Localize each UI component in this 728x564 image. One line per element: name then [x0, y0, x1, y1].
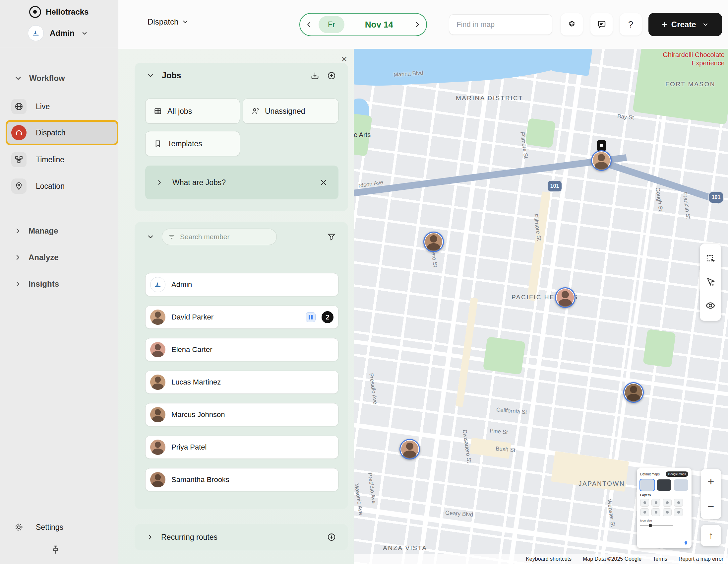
all-jobs-button[interactable]: All jobs: [145, 98, 240, 124]
date-label[interactable]: Nov 14: [350, 20, 408, 30]
sidebar-item-settings[interactable]: Settings: [11, 518, 63, 537]
layer-toggle[interactable]: [651, 499, 660, 507]
member-name: Priya Patel: [171, 443, 334, 452]
unassigned-button[interactable]: Unassigned: [243, 98, 338, 124]
gear-icon: [11, 520, 27, 535]
member-name: Lucas Martinez: [171, 378, 334, 387]
default-maps-label: Default maps: [640, 472, 660, 476]
sidebar-item-dispatch[interactable]: Dispatch: [6, 120, 118, 145]
map-style-thumb[interactable]: [657, 479, 671, 491]
sidebar-group-analyze[interactable]: Analyze: [14, 253, 59, 262]
hint-label: What are Jobs?: [172, 178, 310, 187]
zoom-in-button[interactable]: +: [701, 469, 721, 494]
zoom-out-button[interactable]: −: [701, 494, 721, 519]
pin-icon: [684, 541, 688, 545]
avatar: [150, 472, 165, 487]
terms-link[interactable]: Terms: [653, 556, 667, 562]
topbar: Dispatch Fr Nov 14 ? + Create: [118, 0, 728, 49]
next-day-button[interactable]: [414, 21, 421, 28]
map-data-label: Map Data ©2025 Google: [583, 556, 641, 562]
dispatch-icon: [11, 125, 27, 140]
member-marker[interactable]: [399, 439, 420, 460]
poi-ghirardelli[interactable]: Ghirardelli Chocolate Experience: [663, 51, 725, 67]
bookmark-icon: [153, 139, 162, 148]
member-row-david-parker[interactable]: David Parker 2: [145, 306, 338, 329]
member-row-samantha-brooks[interactable]: Samantha Brooks: [145, 468, 338, 491]
recurring-routes-section[interactable]: Recurring routes: [135, 524, 348, 550]
workflow-group-toggle[interactable]: Workflow: [14, 74, 65, 83]
layer-toggle[interactable]: [674, 499, 683, 507]
person-question-icon: [251, 107, 260, 115]
map-search-input[interactable]: [456, 20, 553, 29]
layer-toggle[interactable]: [674, 508, 683, 516]
map-canvas[interactable]: Ghirardelli Chocolate Experience FORT MA…: [354, 49, 728, 564]
label-palace-of-fine-arts: e Arts: [354, 131, 371, 139]
job-marker[interactable]: [597, 140, 606, 151]
sidebar-group-insights[interactable]: Insights: [14, 279, 59, 289]
prev-day-button[interactable]: [305, 21, 313, 28]
icon-size-label: Icon size: [640, 519, 688, 522]
dismiss-hint-button[interactable]: [319, 178, 328, 187]
templates-button[interactable]: Templates: [145, 131, 240, 156]
pan-up-button[interactable]: ↑: [701, 525, 721, 546]
account-switcher[interactable]: Admin: [28, 25, 89, 41]
collapse-members-chevron[interactable]: [147, 233, 154, 241]
filter-members-button[interactable]: [327, 232, 336, 241]
label-japantown: JAPANTOWN: [578, 480, 625, 487]
icon-size-slider[interactable]: [640, 524, 688, 527]
add-pin-tool[interactable]: [705, 277, 715, 287]
layer-toggle[interactable]: [640, 508, 649, 516]
day-pill[interactable]: Fr: [319, 16, 344, 33]
sidebar: Hellotracks Admin Workflow Live Dispatch…: [0, 0, 118, 564]
chevron-right-icon: [156, 179, 163, 186]
help-button[interactable]: ?: [620, 13, 642, 35]
map-style-thumb[interactable]: [640, 479, 654, 491]
table-icon: [153, 107, 162, 115]
messages-button[interactable]: [590, 13, 613, 35]
member-name: Admin: [171, 280, 334, 289]
sidebar-item-timeline[interactable]: Timeline: [11, 150, 64, 169]
collapse-jobs-chevron[interactable]: [147, 72, 154, 80]
ai-assistant-button[interactable]: [561, 13, 583, 35]
keyboard-shortcuts-link[interactable]: Keyboard shortcuts: [526, 556, 572, 562]
visibility-tool[interactable]: [705, 300, 716, 311]
add-route-button[interactable]: [327, 533, 336, 542]
sidebar-group-manage[interactable]: Manage: [14, 226, 58, 235]
dispatch-panel: × Jobs All jobs Unassigned Templates: [118, 49, 354, 564]
import-jobs-button[interactable]: [310, 71, 320, 80]
what-are-jobs-banner[interactable]: What are Jobs?: [145, 165, 338, 199]
view-switcher[interactable]: Dispatch: [148, 17, 189, 27]
layer-toggle[interactable]: [651, 508, 660, 516]
sidebar-item-location[interactable]: Location: [11, 176, 65, 196]
layers-label: Layers: [640, 493, 688, 497]
member-marker[interactable]: [423, 231, 444, 252]
member-marker[interactable]: [591, 150, 612, 171]
members-section: Admin David Parker 2 Elena Carter Lucas …: [135, 222, 348, 509]
map-style-thumb[interactable]: [674, 479, 688, 491]
layer-toggle[interactable]: [663, 499, 672, 507]
add-job-button[interactable]: [327, 71, 336, 80]
report-error-link[interactable]: Report a map error: [679, 556, 723, 562]
avatar: [150, 277, 165, 292]
chevron-down-icon: [182, 18, 189, 26]
member-marker[interactable]: [623, 382, 644, 403]
member-row-lucas-martinez[interactable]: Lucas Martinez: [145, 371, 338, 394]
sidebar-item-live[interactable]: Live: [11, 97, 50, 116]
layer-toggle[interactable]: [640, 499, 649, 507]
member-row-admin[interactable]: Admin: [145, 273, 338, 296]
member-row-priya-patel[interactable]: Priya Patel: [145, 436, 338, 459]
member-search-input[interactable]: [179, 232, 271, 241]
member-marker[interactable]: [555, 287, 576, 308]
lafayette-park: [483, 337, 526, 375]
pin-sidebar-button[interactable]: [50, 545, 61, 555]
layer-toggle[interactable]: [663, 508, 672, 516]
highway-shield-101: 101: [709, 192, 723, 203]
account-name: Admin: [50, 29, 75, 38]
marquee-select-tool[interactable]: [705, 254, 715, 264]
member-row-elena-carter[interactable]: Elena Carter: [145, 338, 338, 361]
google-maps-chip[interactable]: Google maps: [666, 471, 688, 477]
create-button[interactable]: + Create: [648, 13, 722, 36]
avatar: [150, 407, 165, 422]
group-label: Manage: [29, 226, 58, 235]
member-row-marcus-johnson[interactable]: Marcus Johnson: [145, 403, 338, 426]
